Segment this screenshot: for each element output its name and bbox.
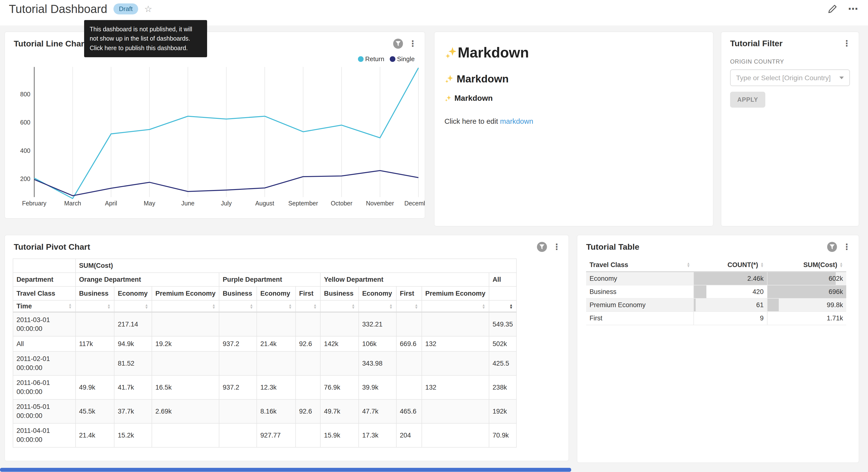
pivot-corner-cell (13, 259, 75, 273)
chart-legend: Return Single (356, 55, 417, 63)
count-bar (694, 299, 695, 311)
pivot-sort-cell[interactable]: ▲▼ (75, 300, 114, 312)
svg-text:May: May (144, 200, 156, 207)
markdown-edit-link[interactable]: markdown (500, 117, 533, 125)
more-menu-icon[interactable]: ⋯ (848, 6, 858, 12)
svg-text:September: September (288, 200, 318, 207)
chevron-down-icon (839, 77, 844, 79)
table-header-sum-cost[interactable]: SUM(Cost)▲▼ (767, 259, 846, 272)
legend-item-return[interactable]: Return (356, 55, 386, 63)
pivot-cell (152, 423, 219, 447)
table-row: Premium Economy6199.8k (586, 298, 846, 312)
sort-icon[interactable]: ▲▼ (760, 262, 764, 268)
pivot-row-label: 2011-03-01 00:00:00 (13, 312, 75, 336)
pivot-cell (152, 351, 219, 375)
pivot-cell: 39.9k (359, 375, 396, 400)
pivot-subcolumn-header: Business (320, 286, 359, 300)
table-cell-sum: 1.71k (767, 312, 846, 325)
sort-icon[interactable]: ▲▼ (839, 262, 843, 268)
pivot-subcolumn-header: Economy (257, 286, 296, 300)
pivot-sort-cell[interactable]: ▲▼ (296, 300, 320, 312)
sort-icon[interactable]: ▲▼ (250, 304, 253, 309)
table-kebab-icon[interactable]: ⋮ (843, 243, 851, 251)
table-header-count[interactable]: COUNT(*)▲▼ (694, 259, 767, 272)
svg-text:600: 600 (20, 119, 31, 126)
sort-icon[interactable]: ▲▼ (145, 304, 148, 309)
sort-icon[interactable]: ▲▼ (107, 304, 111, 309)
pivot-cell (320, 312, 359, 336)
table-cell-count: 9 (694, 312, 767, 325)
pivot-cell (152, 312, 219, 336)
legend-label-single: Single (397, 55, 415, 63)
line-chart-card: Tutorial Line Chart ⋮ Return Single Febr… (4, 32, 425, 218)
pivot-subcolumn-header: First (296, 286, 320, 300)
sort-icon[interactable]: ▲▼ (288, 304, 292, 309)
pivot-sort-cell[interactable]: ▲▼ (359, 300, 396, 312)
pivot-sort-cell[interactable]: ▲▼ (152, 300, 219, 312)
pivot-sort-cell[interactable]: ▲▼ (396, 300, 422, 312)
pivot-sort-cell[interactable]: ▲▼ (114, 300, 152, 312)
pivot-cell: 41.7k (114, 375, 152, 400)
filter-indicator-icon[interactable] (393, 39, 403, 49)
legend-item-single[interactable]: Single (388, 55, 417, 63)
pivot-cell (296, 312, 320, 336)
svg-text:August: August (255, 200, 274, 207)
draft-tooltip: This dashboard is not published, it will… (84, 20, 207, 57)
sort-active-icon[interactable]: ▲▼ (509, 304, 513, 309)
sort-icon[interactable]: ▲▼ (68, 303, 72, 309)
pivot-kebab-icon[interactable]: ⋮ (553, 243, 561, 251)
pivot-cell: 49.9k (75, 375, 114, 400)
dashboard-page: Tutorial Dashboard Draft ☆ ⋯ This dashbo… (0, 0, 868, 472)
pivot-cell: 49.7k (320, 400, 359, 423)
pivot-subcolumn-header: First (396, 286, 422, 300)
origin-country-placeholder: Type or Select [Origin Country] (736, 74, 836, 82)
pivot-sort-cell[interactable]: ▲▼ (422, 300, 489, 312)
page-title: Tutorial Dashboard (9, 2, 107, 16)
horizontal-scrollbar[interactable] (0, 468, 571, 472)
edit-pencil-icon[interactable] (828, 4, 837, 13)
sort-icon[interactable]: ▲▼ (687, 262, 690, 268)
pivot-cell: 927.77 (257, 423, 296, 447)
pivot-cell (296, 423, 320, 447)
pivot-cell: 16.5k (152, 375, 219, 400)
sort-icon[interactable]: ▲▼ (212, 304, 216, 309)
svg-text:July: July (221, 200, 232, 207)
table-card: Tutorial Table ⋮ Travel Class▲▼COUNT(*)▲… (577, 235, 859, 463)
pivot-row-dimension[interactable]: Time▲▼ (13, 300, 75, 312)
pivot-cell (219, 400, 257, 423)
pivot-cell (396, 351, 422, 375)
filter-indicator-icon[interactable] (537, 242, 547, 252)
filter-kebab-icon[interactable]: ⋮ (843, 40, 851, 48)
table-cell-travel-class: Economy (586, 272, 693, 285)
pivot-cell: 238k (489, 375, 517, 400)
sort-icon[interactable]: ▲▼ (389, 304, 393, 309)
sort-icon[interactable]: ▲▼ (415, 304, 418, 309)
pivot-sort-cell[interactable]: ▲▼ (219, 300, 257, 312)
sort-icon[interactable]: ▲▼ (351, 304, 355, 309)
pivot-cell: 142k (320, 336, 359, 351)
legend-dot-return (358, 56, 364, 62)
legend-dot-single (390, 56, 395, 62)
table-cell-count: 2.46k (694, 272, 767, 285)
table-cell-sum: 602k (767, 272, 846, 285)
svg-text:400: 400 (20, 147, 31, 154)
pivot-cell: 70.9k (489, 423, 517, 447)
table-header-travel-class[interactable]: Travel Class▲▼ (586, 259, 693, 272)
favorite-star-icon[interactable]: ☆ (144, 4, 152, 14)
pivot-sort-cell[interactable]: ▲▼ (489, 300, 517, 312)
pivot-cell: 217.14 (114, 312, 152, 336)
origin-country-select[interactable]: Type or Select [Origin Country] (730, 69, 850, 86)
pivot-cell (75, 351, 114, 375)
sort-icon[interactable]: ▲▼ (482, 304, 486, 309)
pivot-row: 2011-02-01 00:00:0081.52343.98425.5 (13, 351, 517, 375)
chart-kebab-icon[interactable]: ⋮ (409, 40, 417, 48)
pivot-cell (396, 375, 422, 400)
sort-icon[interactable]: ▲▼ (313, 304, 317, 309)
pivot-cell: 12.3k (257, 375, 296, 400)
pivot-cell: 343.98 (359, 351, 396, 375)
pivot-sort-cell[interactable]: ▲▼ (257, 300, 296, 312)
filter-indicator-icon[interactable] (827, 242, 837, 252)
apply-button[interactable]: APPLY (730, 92, 765, 108)
pivot-sort-cell[interactable]: ▲▼ (320, 300, 359, 312)
draft-badge[interactable]: Draft (114, 3, 138, 14)
